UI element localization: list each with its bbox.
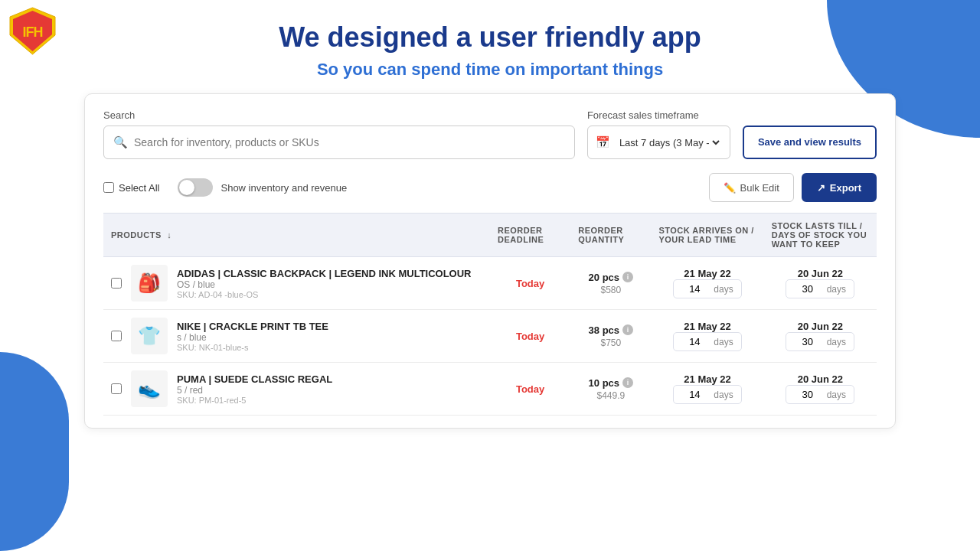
qty-price-0: $580 <box>578 285 643 295</box>
sort-arrow-icon[interactable]: ↓ <box>167 230 172 240</box>
search-icon: 🔍 <box>113 135 128 149</box>
pencil-icon: ✏️ <box>724 182 736 194</box>
days-label-lasts-2: days <box>825 386 851 403</box>
stock-lasts-cell-2: 20 Jun 22 days <box>764 363 877 416</box>
deadline-cell-1: Today <box>490 310 570 363</box>
product-name-0: ADIDAS | CLASSIC BACKPACK | LEGEND INK M… <box>177 268 472 279</box>
search-row: Search 🔍 Forecast sales timeframe 📅 Last… <box>103 109 877 159</box>
export-button[interactable]: ↗ Export <box>802 173 877 202</box>
stock-lasts-days-wrap-1: days <box>772 332 869 351</box>
th-stock-lasts: STOCK LASTS TILL / DAYS OF STOCK YOU WAN… <box>764 214 877 257</box>
search-group: Search 🔍 <box>103 109 575 159</box>
stock-lasts-days-input-1[interactable] <box>790 333 825 350</box>
stock-lasts-days-wrap-2: days <box>772 385 869 404</box>
stock-lasts-cell-1: 20 Jun 22 days <box>764 310 877 363</box>
product-variant-1: s / blue <box>177 332 328 343</box>
search-label: Search <box>103 109 575 121</box>
timeframe-label: Forecast sales timeframe <box>587 109 730 121</box>
deadline-cell-0: Today <box>490 257 570 310</box>
stock-arrives-cell-1: 21 May 22 days <box>651 310 763 363</box>
stock-arrives-date-2: 21 May 22 <box>658 373 756 385</box>
stock-lasts-date-0: 20 Jun 22 <box>772 268 869 279</box>
toggle-switch[interactable] <box>178 178 213 197</box>
stock-arrives-days-input-1[interactable] <box>677 333 712 350</box>
table-row: 👟 PUMA | SUEDE CLASSIC REGAL 5 / red SKU… <box>103 363 877 416</box>
product-variant-0: OS / blue <box>177 279 472 290</box>
product-image-2: 👟 <box>131 370 168 407</box>
th-stock-arrives: STOCK ARRIVES ON / YOUR LEAD TIME <box>651 214 763 257</box>
row-checkbox-1[interactable] <box>111 331 122 341</box>
select-all-wrap: Select All <box>103 182 159 194</box>
stock-lasts-days-wrap-0: days <box>772 279 869 298</box>
table-row: 👕 NIKE | CRACKLE PRINT TB TEE s / blue S… <box>103 310 877 363</box>
logo: IFH <box>8 6 57 56</box>
qty-cell-0: 20 pcs i $580 <box>570 257 651 310</box>
product-sku-1: SKU: NK-01-blue-s <box>177 343 328 352</box>
stock-lasts-date-2: 20 Jun 22 <box>772 373 869 385</box>
deadline-cell-2: Today <box>490 363 570 416</box>
timeframe-group: Forecast sales timeframe 📅 Last 7 days (… <box>587 109 730 159</box>
qty-cell-1: 38 pcs i $750 <box>570 310 651 363</box>
timeframe-select[interactable]: Last 7 days (3 May - Last 14 days Last 3… <box>616 136 722 149</box>
stock-arrives-days-wrap-1: days <box>658 332 756 351</box>
stock-arrives-days-input-2[interactable] <box>677 386 712 403</box>
toggle-knob <box>179 180 194 195</box>
qty-cell-2: 10 pcs i $449.9 <box>570 363 651 416</box>
th-reorder-deadline: REORDER DEADLINE <box>490 214 570 257</box>
info-icon-2[interactable]: i <box>622 377 633 388</box>
select-all-label[interactable]: Select All <box>119 182 159 194</box>
qty-value-0: 20 pcs <box>589 272 619 283</box>
stock-arrives-cell-2: 21 May 22 days <box>651 363 763 416</box>
stock-arrives-cell-0: 21 May 22 days <box>651 257 763 310</box>
info-icon-0[interactable]: i <box>622 272 633 282</box>
product-image-0: 🎒 <box>131 265 168 302</box>
bg-arc-left <box>0 352 69 551</box>
svg-text:IFH: IFH <box>23 24 43 40</box>
days-label-arrives-2: days <box>712 386 737 403</box>
qty-value-2: 10 pcs <box>589 377 619 389</box>
row-checkbox-2[interactable] <box>111 383 122 394</box>
bulk-edit-button[interactable]: ✏️ Bulk Edit <box>709 173 794 202</box>
calendar-icon: 📅 <box>596 135 610 149</box>
stock-lasts-date-1: 20 Jun 22 <box>772 321 869 332</box>
stock-arrives-days-wrap-2: days <box>658 385 756 404</box>
table-header-row: PRODUCTS ↓ REORDER DEADLINE REORDER QUAN… <box>103 214 877 257</box>
main-card: Search 🔍 Forecast sales timeframe 📅 Last… <box>84 93 896 429</box>
header-section: We designed a user friendly app So you c… <box>0 0 980 80</box>
stock-lasts-days-input-0[interactable] <box>790 280 825 298</box>
qty-price-2: $449.9 <box>578 390 643 401</box>
product-info-0: ADIDAS | CLASSIC BACKPACK | LEGEND INK M… <box>177 268 472 299</box>
info-icon-1[interactable]: i <box>622 324 633 335</box>
qty-price-1: $750 <box>578 337 643 348</box>
product-name-1: NIKE | CRACKLE PRINT TB TEE <box>177 321 328 332</box>
product-info-1: NIKE | CRACKLE PRINT TB TEE s / blue SKU… <box>177 321 328 352</box>
product-variant-2: 5 / red <box>177 385 332 396</box>
select-all-checkbox[interactable] <box>103 182 114 193</box>
stock-lasts-cell-0: 20 Jun 22 days <box>764 257 877 310</box>
days-label-arrives-0: days <box>712 281 737 298</box>
product-name-2: PUMA | SUEDE CLASSIC REGAL <box>177 373 332 385</box>
export-icon: ↗ <box>817 182 825 194</box>
table-row: 🎒 ADIDAS | CLASSIC BACKPACK | LEGEND INK… <box>103 257 877 310</box>
stock-arrives-days-input-0[interactable] <box>677 280 712 298</box>
days-label-lasts-0: days <box>825 281 851 298</box>
bulk-edit-label: Bulk Edit <box>740 182 779 194</box>
product-info-2: PUMA | SUEDE CLASSIC REGAL 5 / red SKU: … <box>177 373 332 405</box>
search-input[interactable] <box>134 136 565 148</box>
stock-lasts-days-input-2[interactable] <box>790 386 825 403</box>
timeframe-select-wrap: 📅 Last 7 days (3 May - Last 14 days Last… <box>587 126 730 159</box>
stock-arrives-days-wrap-0: days <box>658 279 756 298</box>
row-checkbox-0[interactable] <box>111 278 122 289</box>
save-button[interactable]: Save and view results <box>743 126 877 159</box>
main-title: We designed a user friendly app <box>0 21 980 54</box>
sub-title: So you can spend time on important thing… <box>0 60 980 80</box>
product-sku-2: SKU: PM-01-red-5 <box>177 396 332 405</box>
product-sku-0: SKU: AD-04 -blue-OS <box>177 290 472 299</box>
stock-arrives-date-1: 21 May 22 <box>658 321 756 332</box>
search-input-wrap: 🔍 <box>103 126 575 159</box>
toggle-label: Show inventory and revenue <box>220 182 347 194</box>
qty-value-1: 38 pcs <box>589 324 619 336</box>
toggle-wrap: Show inventory and revenue <box>178 178 708 197</box>
product-cell-0: 🎒 ADIDAS | CLASSIC BACKPACK | LEGEND INK… <box>103 257 490 310</box>
days-label-arrives-1: days <box>712 334 737 350</box>
